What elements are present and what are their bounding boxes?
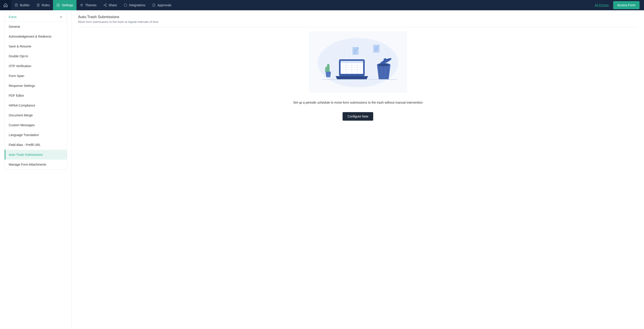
svg-point-20: [348, 56, 349, 56]
content-area: Auto-Trash Submissions Move form submiss…: [72, 10, 644, 329]
sidebar-item-field-alias[interactable]: Field Alias - Prefill URL: [5, 140, 67, 150]
sidebar-item-language[interactable]: Language Translation: [5, 130, 67, 140]
svg-point-15: [340, 51, 340, 52]
sidebar-item-double-optin[interactable]: Double Opt-In: [5, 51, 67, 61]
svg-point-30: [333, 71, 334, 72]
sidebar-item-pdf-editor[interactable]: PDF Editor: [5, 91, 67, 101]
svg-point-17: [348, 51, 349, 52]
nav-label: Share: [109, 3, 117, 7]
svg-point-19: [344, 56, 345, 56]
nav-label: Integrations: [129, 3, 145, 7]
nav-left: Builder Rules Settings Themes Share Inte…: [0, 0, 175, 10]
top-navbar: Builder Rules Settings Themes Share Inte…: [0, 0, 644, 10]
nav-right: All Entries Access Form: [594, 1, 644, 9]
svg-point-28: [333, 67, 334, 68]
svg-point-24: [369, 54, 370, 54]
empty-state: Set up a periodic schedule to move form …: [78, 31, 638, 121]
svg-point-10: [106, 6, 106, 7]
sidebar-section-form: Form General Acknowledgement & Redirects…: [4, 12, 67, 170]
svg-point-58: [378, 64, 389, 66]
svg-point-31: [389, 63, 390, 63]
configure-now-button[interactable]: Configure Now: [342, 112, 373, 121]
access-form-button[interactable]: Access Form: [613, 1, 640, 9]
svg-point-8: [106, 4, 106, 5]
builder-icon: [14, 3, 18, 7]
sidebar-item-auto-trash[interactable]: Auto-Trash Submissions: [5, 150, 67, 160]
sidebar-section-header[interactable]: Form: [5, 12, 67, 22]
nav-integrations[interactable]: Integrations: [120, 0, 149, 10]
nav-themes[interactable]: Themes: [76, 0, 100, 10]
sidebar-item-form-span[interactable]: Form Span: [5, 71, 67, 81]
svg-point-18: [340, 56, 340, 56]
home-icon: [3, 3, 8, 8]
svg-point-25: [373, 54, 374, 54]
share-icon: [103, 3, 107, 7]
sidebar-item-save-resume[interactable]: Save & Resume: [5, 41, 67, 51]
sidebar-section-title: Form: [9, 15, 16, 19]
all-entries-link[interactable]: All Entries: [594, 3, 609, 7]
svg-point-16: [344, 51, 345, 52]
nav-share[interactable]: Share: [100, 0, 120, 10]
sidebar-item-general[interactable]: General: [5, 22, 67, 32]
illustration-box: [309, 31, 407, 93]
sidebar-item-manage-attachments[interactable]: Manage Form Attachments: [5, 160, 67, 169]
sidebar-list: General Acknowledgement & Redirects Save…: [5, 22, 67, 169]
content-header: Auto-Trash Submissions Move form submiss…: [78, 15, 638, 27]
settings-icon: [56, 3, 60, 7]
sidebar-item-otp[interactable]: OTP Verification: [5, 61, 67, 71]
svg-point-32: [393, 63, 394, 63]
approvals-icon: [152, 3, 156, 7]
rules-icon: [36, 3, 40, 7]
nav-label: Approvals: [158, 3, 171, 7]
svg-line-11: [104, 4, 106, 5]
settings-sidebar: Form General Acknowledgement & Redirects…: [0, 10, 72, 329]
chevron-down-icon: [59, 15, 63, 19]
svg-point-21: [369, 49, 370, 50]
page-subtitle: Move form submissions to the trash at re…: [78, 20, 638, 24]
home-button[interactable]: [0, 0, 11, 10]
themes-icon: [80, 3, 84, 7]
nav-label: Builder: [20, 3, 30, 7]
sidebar-item-document-merge[interactable]: Document Merge: [5, 110, 67, 120]
empty-state-description: Set up a periodic schedule to move form …: [293, 101, 423, 104]
nav-label: Settings: [62, 3, 73, 7]
nav-approvals[interactable]: Approvals: [149, 0, 175, 10]
sidebar-item-acknowledgement[interactable]: Acknowledgement & Redirects: [5, 32, 67, 41]
svg-point-34: [393, 67, 394, 68]
nav-settings[interactable]: Settings: [53, 0, 76, 10]
nav-rules[interactable]: Rules: [33, 0, 53, 10]
nav-label: Themes: [85, 3, 96, 7]
svg-point-26: [378, 54, 378, 54]
main-wrap: Form General Acknowledgement & Redirects…: [0, 10, 644, 329]
sidebar-item-custom-messages[interactable]: Custom Messages: [5, 120, 67, 130]
trash-illustration-icon: [309, 31, 407, 93]
sidebar-item-hipaa[interactable]: HIPAA Compliance: [5, 101, 67, 110]
nav-label: Rules: [42, 3, 50, 7]
svg-point-9: [104, 5, 105, 6]
page-title: Auto-Trash Submissions: [78, 15, 638, 19]
sidebar-item-response-settings[interactable]: Response Settings: [5, 81, 67, 91]
integrations-icon: [124, 3, 127, 7]
svg-point-7: [58, 5, 58, 6]
nav-builder[interactable]: Builder: [11, 0, 33, 10]
svg-line-12: [104, 5, 106, 6]
